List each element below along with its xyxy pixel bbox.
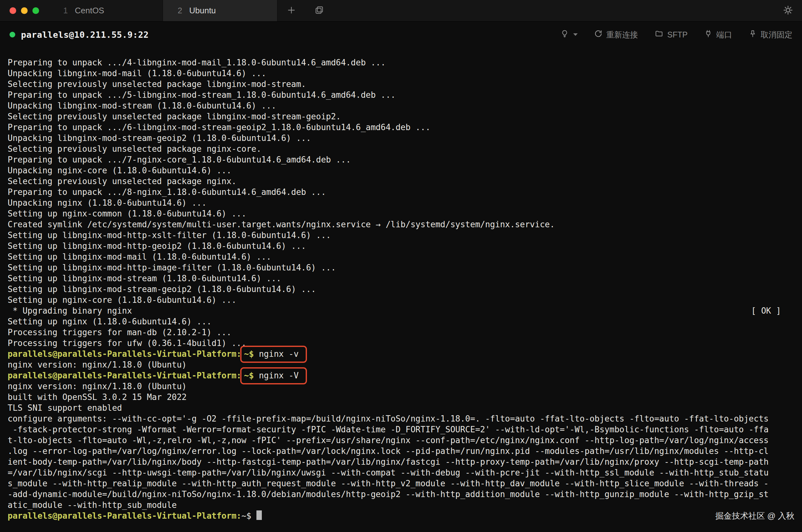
terminal-line: parallels@parallels-Parallels-Virtual-Pl… bbox=[7, 348, 795, 359]
hint-button[interactable] bbox=[561, 29, 578, 40]
terminal-line: =/var/lib/nginx/scgi --http-uwsgi-temp-p… bbox=[7, 467, 795, 478]
close-window-button[interactable] bbox=[10, 7, 16, 14]
terminal-line: Selecting previously unselected package … bbox=[7, 79, 795, 90]
terminal-line: parallels@parallels-Parallels-Virtual-Pl… bbox=[7, 370, 795, 381]
terminal-line: Setting up nginx (1.18.0-6ubuntu14.6) ..… bbox=[7, 316, 795, 327]
ok-status: [ OK ] bbox=[751, 305, 781, 316]
tab-label: Ubuntu bbox=[189, 6, 216, 16]
terminal-line: Preparing to unpack .../7-nginx-core_1.1… bbox=[7, 154, 795, 165]
sftp-button[interactable]: SFTP bbox=[655, 30, 688, 40]
title-bar: 1 CentOS 2 Ubuntu bbox=[0, 0, 802, 22]
tab-centos[interactable]: 1 CentOS bbox=[49, 0, 163, 21]
terminal-line: Setting up libnginx-mod-mail (1.18.0-6ub… bbox=[7, 251, 795, 262]
reconnect-button[interactable]: 重新连接 bbox=[594, 30, 638, 40]
terminal-line: Unpacking libnginx-mod-stream (1.18.0-6u… bbox=[7, 100, 795, 111]
terminal-line: Unpacking libnginx-mod-mail (1.18.0-6ubu… bbox=[7, 68, 795, 79]
terminal-line: Unpacking nginx-core (1.18.0-6ubuntu14.6… bbox=[7, 165, 795, 176]
ports-label: 端口 bbox=[716, 30, 732, 40]
titlebar-spacer bbox=[333, 0, 774, 21]
terminal-line: .log --error-log-path=/var/log/nginx/err… bbox=[7, 446, 795, 456]
terminal-line: nginx version: nginx/1.18.0 (Ubuntu) bbox=[7, 381, 795, 392]
terminal-line: Setting up nginx-common (1.18.0-6ubuntu1… bbox=[7, 208, 795, 219]
terminal-line: ient-body-temp-path=/var/lib/nginx/body … bbox=[7, 456, 795, 467]
shell-prompt: parallels@parallels-Parallels-Virtual-Pl… bbox=[7, 371, 241, 380]
terminal-line: Selecting previously unselected package … bbox=[7, 176, 795, 187]
lightbulb-icon bbox=[561, 29, 569, 40]
reconnect-label: 重新连接 bbox=[606, 30, 638, 40]
folder-icon bbox=[655, 30, 663, 40]
terminal-line: nginx version: nginx/1.18.0 (Ubuntu) bbox=[7, 359, 795, 370]
terminal-line: parallels@parallels-Parallels-Virtual-Pl… bbox=[7, 510, 795, 521]
connection-status-dot bbox=[10, 32, 15, 37]
connection-actions: 重新连接 SFTP 端口 bbox=[561, 29, 792, 40]
upgrade-message: * Upgrading binary nginx bbox=[7, 305, 132, 316]
refresh-icon bbox=[594, 30, 602, 40]
terminal-line: Preparing to unpack .../4-libnginx-mod-m… bbox=[7, 57, 795, 68]
tab-index: 1 bbox=[63, 6, 68, 16]
prompt-suffix: ~$ bbox=[244, 371, 254, 380]
overlapping-squares-icon bbox=[314, 5, 324, 16]
command-text: nginx -V bbox=[254, 371, 299, 380]
tab-index: 2 bbox=[178, 6, 182, 16]
sftp-label: SFTP bbox=[667, 30, 688, 39]
command-highlight-box: ~$ nginx -V bbox=[240, 367, 307, 384]
terminal-line: -fstack-protector-strong -Wformat -Werro… bbox=[7, 424, 795, 435]
ports-button[interactable]: 端口 bbox=[704, 29, 732, 40]
terminal-line: * Upgrading binary nginx[ OK ] bbox=[7, 305, 795, 316]
shell-prompt: parallels@parallels-Parallels-Virtual-Pl… bbox=[7, 510, 241, 521]
terminal-line: Setting up libnginx-mod-http-image-filte… bbox=[7, 262, 795, 273]
terminal-line: s_module --with-http_realip_module --wit… bbox=[7, 478, 795, 489]
terminal-line: configure arguments: --with-cc-opt='-g -… bbox=[7, 413, 795, 424]
new-tab-button[interactable] bbox=[277, 0, 305, 21]
tab-label: CentOS bbox=[75, 6, 104, 16]
maximize-window-button[interactable] bbox=[32, 7, 39, 14]
terminal-line: Preparing to unpack .../6-libnginx-mod-s… bbox=[7, 122, 795, 133]
prompt-suffix: ~$ bbox=[241, 510, 256, 521]
terminal-line: Setting up libnginx-mod-stream (1.18.0-6… bbox=[7, 273, 795, 284]
prompt-suffix: ~$ bbox=[244, 349, 254, 359]
connection-bar: parallels@10.211.55.9:22 重新连接 bbox=[0, 22, 802, 48]
terminal-line: Unpacking libnginx-mod-stream-geoip2 (1.… bbox=[7, 133, 795, 144]
plug-icon bbox=[704, 29, 712, 40]
command-text: nginx -v bbox=[254, 349, 299, 359]
command-highlight-box: ~$ nginx -v bbox=[240, 346, 307, 363]
terminal-line: Processing triggers for man-db (2.10.2-1… bbox=[7, 327, 795, 338]
tab-ubuntu[interactable]: 2 Ubuntu bbox=[163, 0, 277, 21]
terminal-line: Setting up nginx-core (1.18.0-6ubuntu14.… bbox=[7, 294, 795, 305]
terminal-line: Selecting previously unselected package … bbox=[7, 144, 795, 154]
gear-icon bbox=[783, 5, 793, 17]
pin-icon bbox=[749, 29, 757, 40]
plus-icon bbox=[287, 6, 296, 16]
terminal-line: t-lto-objects -flto=auto -Wl,-z,relro -W… bbox=[7, 435, 795, 446]
connection-host: parallels@10.211.55.9:22 bbox=[21, 30, 149, 40]
minimize-window-button[interactable] bbox=[21, 7, 28, 14]
terminal-line: -add-dynamic-module=/build/nginx-niToSo/… bbox=[7, 489, 795, 500]
terminal-line: Processing triggers for ufw (0.36.1-4bui… bbox=[7, 338, 795, 348]
shell-prompt: parallels@parallels-Parallels-Virtual-Pl… bbox=[7, 349, 241, 359]
unpin-button[interactable]: 取消固定 bbox=[749, 29, 792, 40]
settings-button[interactable] bbox=[774, 0, 802, 21]
terminal-line: Preparing to unpack .../8-nginx_1.18.0-6… bbox=[7, 187, 795, 197]
window-controls bbox=[0, 0, 49, 21]
terminal-line: Setting up libnginx-mod-stream-geoip2 (1… bbox=[7, 284, 795, 294]
terminal-line: Setting up libnginx-mod-http-geoip2 (1.1… bbox=[7, 241, 795, 251]
terminal-output[interactable]: Preparing to unpack .../4-libnginx-mod-m… bbox=[0, 48, 802, 521]
watermark: 掘金技术社区 @ 入秋 bbox=[715, 510, 795, 521]
chevron-down-icon bbox=[573, 33, 578, 36]
terminal-line: built with OpenSSL 3.0.2 15 Mar 2022 bbox=[7, 392, 795, 402]
terminal-cursor bbox=[256, 510, 262, 520]
terminal-line: Setting up libnginx-mod-http-xslt-filter… bbox=[7, 230, 795, 241]
terminal-line: Selecting previously unselected package … bbox=[7, 111, 795, 122]
terminal-line: Preparing to unpack .../5-libnginx-mod-s… bbox=[7, 90, 795, 100]
terminal-line: atic_module --with-http_sub_module bbox=[7, 500, 795, 510]
terminal-line: Created symlink /etc/systemd/system/mult… bbox=[7, 219, 795, 230]
terminal-line: Unpacking nginx (1.18.0-6ubuntu14.6) ... bbox=[7, 197, 795, 208]
terminal-line: TLS SNI support enabled bbox=[7, 402, 795, 413]
tab-overview-button[interactable] bbox=[305, 0, 333, 21]
unpin-label: 取消固定 bbox=[761, 30, 792, 40]
